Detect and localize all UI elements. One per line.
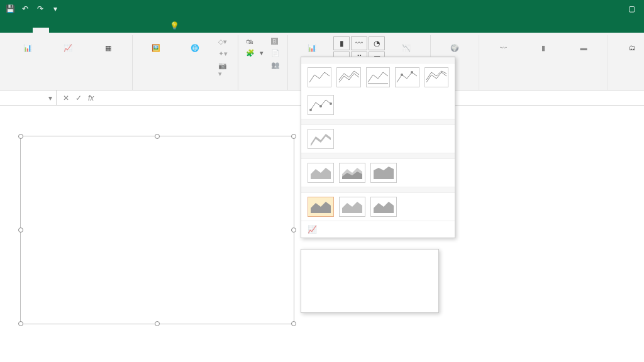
- svg-point-0: [401, 74, 403, 76]
- chart-plot-area[interactable]: [43, 146, 287, 253]
- ribbon-display-icon[interactable]: ▢: [619, 4, 644, 13]
- area-2d-2[interactable]: [339, 163, 365, 183]
- recommended-charts-button[interactable]: 📊: [293, 36, 331, 59]
- name-box[interactable]: ▾: [0, 90, 57, 105]
- svg-point-1: [411, 71, 413, 74]
- recommended-pivottables-button[interactable]: 📈: [49, 36, 87, 59]
- pivotchart-button[interactable]: 📉: [387, 36, 425, 59]
- addin-icons[interactable]: 🅱📄👥: [269, 36, 282, 70]
- area-3d-3[interactable]: [370, 197, 397, 217]
- area-2d-3[interactable]: [370, 163, 397, 183]
- tab-data[interactable]: [82, 28, 98, 33]
- line-chart-1[interactable]: [308, 67, 331, 87]
- embedded-chart[interactable]: [20, 136, 294, 324]
- tab-file[interactable]: [0, 28, 16, 33]
- group-filters-label: [613, 87, 644, 89]
- more-line-charts[interactable]: 📈: [301, 221, 455, 238]
- line-chart-icon: 〰: [351, 36, 367, 50]
- group-addins-label: [243, 87, 282, 89]
- pictures-button[interactable]: 🖼️: [138, 36, 174, 59]
- area-3d-1[interactable]: [308, 197, 334, 217]
- table-button[interactable]: ▦: [89, 36, 127, 59]
- bar-chart-icon: ▮: [333, 36, 350, 50]
- tab-formulas[interactable]: [65, 28, 82, 33]
- undo-icon[interactable]: ↶: [19, 4, 31, 13]
- tab-review[interactable]: [98, 28, 114, 33]
- chart-type-tooltip: [301, 249, 439, 313]
- group-tables-label: [9, 87, 127, 89]
- svg-point-3: [319, 105, 322, 107]
- ribbon-tabs: 💡: [0, 18, 644, 33]
- flyout-2d-line-label: [301, 57, 455, 63]
- cancel-icon[interactable]: ✕: [63, 94, 69, 102]
- tab-format[interactable]: [147, 28, 164, 33]
- sparkline-column[interactable]: ▮: [525, 36, 562, 59]
- svg-point-4: [330, 102, 332, 105]
- quick-access-toolbar: 💾 ↶ ↷ ▾: [0, 4, 65, 13]
- flyout-3d-line-label: [301, 119, 455, 125]
- group-illustrations-label: [138, 87, 233, 89]
- title-bar: 💾 ↶ ↷ ▾ ▢: [0, 0, 644, 18]
- area-2d-1[interactable]: [308, 163, 334, 183]
- pie-chart-icon: ◔: [369, 36, 385, 50]
- area-3d-2[interactable]: [339, 197, 365, 217]
- line-chart-2[interactable]: [336, 67, 360, 87]
- my-addins-button[interactable]: 🧩 ▾: [243, 48, 266, 58]
- 3d-map-button[interactable]: 🌍: [436, 36, 474, 59]
- flyout-3d-area-label: [301, 187, 455, 193]
- redo-icon[interactable]: ↷: [34, 4, 47, 13]
- pivottable-button[interactable]: 📊: [9, 36, 47, 59]
- flyout-2d-area-label: [301, 153, 455, 159]
- line-chart-flyout: 📈: [301, 57, 455, 238]
- tab-page-layout[interactable]: [49, 28, 65, 33]
- save-icon[interactable]: 💾: [4, 4, 16, 13]
- sparkline-winloss[interactable]: ▬: [565, 36, 602, 59]
- qat-more-icon[interactable]: ▾: [49, 4, 62, 13]
- line-chart-4[interactable]: [395, 67, 419, 87]
- sign-in[interactable]: [628, 28, 644, 33]
- svg-point-2: [309, 109, 312, 111]
- enter-icon[interactable]: ✓: [75, 94, 82, 102]
- online-pictures-button[interactable]: 🌐: [177, 36, 213, 59]
- tab-insert[interactable]: [33, 28, 49, 33]
- tell-me[interactable]: 💡: [164, 19, 189, 33]
- tab-view[interactable]: [114, 28, 131, 33]
- slicer-button[interactable]: 🗂: [613, 36, 644, 59]
- line-chart-3[interactable]: [366, 67, 390, 87]
- line-chart-5[interactable]: [425, 67, 448, 87]
- fx-icon[interactable]: fx: [88, 94, 94, 102]
- line-chart-6[interactable]: [308, 95, 334, 115]
- tab-design[interactable]: [131, 28, 147, 33]
- store-button[interactable]: 🛍: [243, 36, 266, 47]
- tab-home[interactable]: [16, 28, 33, 33]
- shapes-stack[interactable]: ◇▾✦▾📷▾: [216, 36, 233, 79]
- sparkline-line[interactable]: 〰: [484, 36, 522, 59]
- 3d-line-1[interactable]: [308, 129, 334, 149]
